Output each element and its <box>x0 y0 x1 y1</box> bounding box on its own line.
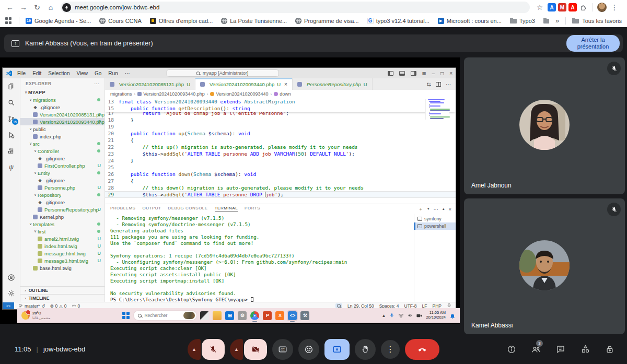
home-icon[interactable]: ⌂ <box>45 2 56 13</box>
tree-item-personne-php[interactable]: Personne.phpU <box>20 184 104 191</box>
all-bookmarks-button[interactable]: Tous les favoris <box>572 18 622 24</box>
maximize-panel-icon[interactable]: ▴ <box>443 207 445 211</box>
compare-changes-icon[interactable]: ⇆ <box>427 81 431 87</box>
settings-gear-icon[interactable] <box>7 288 16 298</box>
account-icon[interactable] <box>7 273 16 282</box>
tree-item-entity[interactable]: ∨Entity <box>20 169 104 177</box>
toggle-panel-icon[interactable] <box>399 71 405 76</box>
stop-presentation-button[interactable]: Arrêter la présentation <box>566 35 620 51</box>
meeting-details-icon[interactable] <box>506 344 517 355</box>
outline-section[interactable]: › OUTLINE <box>20 286 104 294</box>
tray-camera-icon[interactable] <box>416 311 422 320</box>
end-call-button[interactable] <box>405 339 439 360</box>
store-icon[interactable]: ⊞ <box>225 311 234 320</box>
tree-item-myapp[interactable]: ∨MYAPP <box>20 89 104 96</box>
status-item-lf[interactable]: LF <box>422 303 427 309</box>
status-item-php[interactable]: PHP <box>433 303 442 309</box>
breadcrumb-item[interactable]: down <box>274 91 291 97</box>
tree-item-first[interactable]: ∨first <box>20 228 104 235</box>
vscode-command-center[interactable]: myapp [Administrator] <box>166 69 278 77</box>
terminal-instance-powershell[interactable]: ›powershell <box>414 222 456 230</box>
tree-item--gitignore[interactable]: ◆.gitignore <box>20 198 104 206</box>
forward-icon[interactable]: → <box>18 2 29 13</box>
tree-item-firstcontroller-php[interactable]: FirstController.phpU <box>20 162 104 169</box>
more-options-button[interactable]: ⋮ <box>381 340 400 359</box>
tree-item-public[interactable]: ∨public <box>20 125 104 133</box>
tree-item--gitignore[interactable]: ◆.gitignore <box>20 177 104 184</box>
tree-item--gitignore[interactable]: ◆.gitignore <box>20 155 104 162</box>
present-button-active[interactable] <box>324 339 350 360</box>
remote-indicator[interactable]: >< <box>3 302 14 309</box>
bookmark-item[interactable]: Programme de visa... <box>295 18 359 24</box>
notification-bell-icon[interactable] <box>449 312 456 319</box>
tree-item-repository[interactable]: ∨Repository <box>20 191 104 198</box>
start-button[interactable] <box>122 312 130 320</box>
participant-tile-kamel[interactable]: Kamel Abbassi <box>464 198 625 334</box>
settings-icon[interactable]: ⚙ <box>238 311 247 320</box>
explorer-more-icon[interactable]: ··· <box>94 81 99 86</box>
browser-menu-icon[interactable]: ⋮ <box>609 2 620 13</box>
panel-tab-terminal[interactable]: TERMINAL <box>215 206 238 212</box>
new-terminal-icon[interactable]: ＋ <box>418 206 423 213</box>
tray-mic-icon[interactable] <box>389 311 394 320</box>
status-search-icon[interactable] <box>335 303 342 308</box>
activities-icon[interactable] <box>579 344 591 355</box>
restore-button[interactable]: □ <box>440 71 444 76</box>
taskbar-search[interactable]: Rechercher <box>134 311 196 320</box>
search-icon[interactable] <box>7 98 16 107</box>
terminal-instance-symfony[interactable]: ›symfony <box>414 215 456 222</box>
minimap[interactable] <box>425 99 449 120</box>
raise-hand-button[interactable] <box>355 339 376 360</box>
tray-volume-icon[interactable] <box>408 311 413 320</box>
apps-grid-icon[interactable] <box>5 17 13 25</box>
camera-options-chevron[interactable]: ▲ <box>230 339 243 360</box>
address-bar[interactable]: meet.google.com/jow-bdwc-ebd <box>61 2 530 13</box>
status-item-ln-29-col-50[interactable]: Ln 29, Col 50 <box>347 303 374 309</box>
hidden-icons-chevron[interactable]: ▲ <box>382 313 386 318</box>
tree-item-version20241020085131-php[interactable]: Version20241020085131.phpU <box>20 111 104 118</box>
red-m-extension-icon[interactable]: M <box>558 3 566 11</box>
tree-item-templates[interactable]: ∨templates <box>20 220 104 228</box>
bookmark-item[interactable]: ▶Microsoft : cours en... <box>438 18 502 24</box>
menu-[interactable]: ··· <box>125 71 130 76</box>
menu-run[interactable]: Run <box>108 71 118 76</box>
breadcrumb-item[interactable]: migrations <box>110 91 132 97</box>
editor-tab[interactable]: Version20241020093440.phpU× <box>195 78 293 90</box>
panel-tab-ports[interactable]: PORTS <box>245 206 260 212</box>
tree-item-base-html-twig[interactable]: base.html.twig <box>20 264 104 272</box>
panel-tab-debug-console[interactable]: DEBUG CONSOLE <box>168 206 207 212</box>
run-debug-icon[interactable] <box>7 130 16 139</box>
panel-tab-problems[interactable]: PROBLEMS <box>110 206 135 212</box>
tree-item--gitignore[interactable]: ◆.gitignore <box>20 103 104 111</box>
status-item-utf-8[interactable]: UTF-8 <box>404 303 417 309</box>
tree-item-migrations[interactable]: ∨migrations <box>20 96 104 103</box>
problems-item[interactable]: ⊗0 △0 <box>50 303 66 309</box>
breadcrumb-item[interactable]: Version20241020093440.php <box>137 91 205 97</box>
status-item-spaces-4[interactable]: Spaces: 4 <box>379 303 399 309</box>
menu-go[interactable]: Go <box>95 71 101 76</box>
xampp-icon[interactable]: X <box>275 311 284 320</box>
vscode-taskbar-icon[interactable]: <> <box>288 311 297 320</box>
weather-widget[interactable]: 20°C مشمس غالبا <box>21 311 50 320</box>
taskbar-clock[interactable]: 11:05 AM 20/10/2024 <box>426 311 446 320</box>
editor-more-icon[interactable]: ··· <box>446 81 451 87</box>
git-branch-item[interactable]: master* ↺ <box>19 303 45 309</box>
tree-item-version20241020093440-php[interactable]: Version20241020093440.phpU <box>20 118 104 125</box>
close-button[interactable]: × <box>449 71 452 76</box>
panel-more-icon[interactable]: ··· <box>433 206 438 212</box>
back-icon[interactable]: ← <box>4 2 16 13</box>
extensions-icon[interactable] <box>7 146 16 156</box>
chrome-icon[interactable] <box>250 311 259 320</box>
bookmark-item[interactable]: Sport <box>543 18 549 24</box>
menu-selection[interactable]: Selection <box>48 71 69 76</box>
bookmark-star-icon[interactable]: ☆ <box>534 2 545 13</box>
participants-icon[interactable]: 3 <box>530 344 542 355</box>
customize-layout-icon[interactable]: ▦ <box>422 71 426 76</box>
acrobat-extension-icon[interactable]: A <box>568 3 577 11</box>
tree-item-index-php[interactable]: index.php <box>20 133 104 140</box>
reload-icon[interactable]: ↻ <box>31 2 43 13</box>
translate-extension-icon[interactable]: A <box>548 3 556 11</box>
editor-tab[interactable]: PersonneRepository.phpU <box>293 78 373 90</box>
menu-view[interactable]: View <box>77 71 88 76</box>
tool-icon[interactable]: ⚒ <box>300 311 309 320</box>
